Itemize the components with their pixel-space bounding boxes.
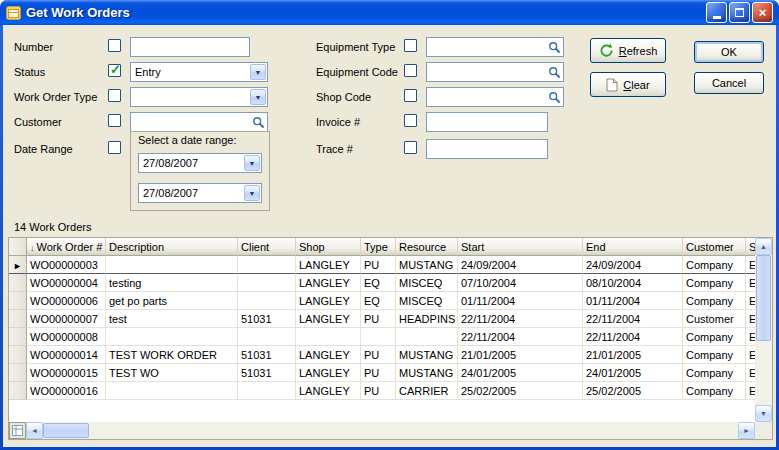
table-cell[interactable]: 08/10/2004 [583, 274, 683, 292]
row-selector[interactable] [9, 346, 27, 364]
horizontal-scroll-thumb[interactable] [43, 423, 89, 438]
table-cell[interactable]: WO00000007 [27, 310, 106, 328]
table-cell[interactable]: HEADPINS [396, 310, 458, 328]
table-cell[interactable]: E [746, 364, 755, 382]
table-cell[interactable] [238, 256, 296, 274]
scroll-down-button[interactable]: ▼ [755, 405, 772, 422]
customer-lookup-icon[interactable] [251, 115, 266, 130]
table-cell[interactable]: 01/11/2004 [583, 292, 683, 310]
column-header[interactable]: Start [458, 238, 583, 256]
table-cell[interactable]: WO00000015 [27, 364, 106, 382]
column-header[interactable]: Description [106, 238, 238, 256]
table-cell[interactable]: WO00000004 [27, 274, 106, 292]
scroll-up-button[interactable]: ▲ [755, 238, 772, 255]
row-selector[interactable] [9, 292, 27, 310]
table-row[interactable]: WO00000007test51031LANGLEYPUHEADPINS22/1… [9, 310, 755, 328]
table-cell[interactable]: 24/09/2004 [583, 256, 683, 274]
column-header[interactable]: Resource [396, 238, 458, 256]
table-cell[interactable]: LANGLEY [296, 292, 361, 310]
table-cell[interactable]: PU [361, 256, 396, 274]
table-cell[interactable] [396, 328, 458, 346]
table-cell[interactable]: Company [683, 328, 746, 346]
table-cell[interactable] [296, 328, 361, 346]
table-cell[interactable]: 51031 [238, 364, 296, 382]
vertical-scrollbar[interactable]: ▲ ▼ [755, 238, 772, 422]
invoice-input[interactable] [426, 112, 548, 132]
equipment-code-input[interactable] [426, 62, 564, 82]
table-cell[interactable]: 51031 [238, 346, 296, 364]
row-selector[interactable] [9, 364, 27, 382]
table-cell[interactable]: 07/10/2004 [458, 274, 583, 292]
trace-checkbox[interactable] [404, 141, 417, 154]
table-cell[interactable] [238, 382, 296, 400]
table-cell[interactable]: PU [361, 364, 396, 382]
refresh-button[interactable]: Refresh [590, 38, 666, 63]
table-cell[interactable]: LANGLEY [296, 364, 361, 382]
shop-code-lookup-icon[interactable] [547, 90, 562, 105]
equipment-code-lookup-icon[interactable] [547, 65, 562, 80]
table-cell[interactable]: 22/11/2004 [583, 328, 683, 346]
table-cell[interactable]: Company [683, 382, 746, 400]
row-selector[interactable] [9, 274, 27, 292]
column-header[interactable]: End [583, 238, 683, 256]
table-cell[interactable]: E [746, 274, 755, 292]
table-cell[interactable]: WO00000014 [27, 346, 106, 364]
table-row[interactable]: WO0000000822/11/200422/11/2004CompanyE [9, 328, 755, 346]
maximize-button[interactable] [729, 2, 750, 23]
column-header[interactable]: Shop [296, 238, 361, 256]
invoice-checkbox[interactable] [404, 114, 417, 127]
table-cell[interactable]: 25/02/2005 [583, 382, 683, 400]
table-cell[interactable]: EQ [361, 274, 396, 292]
titlebar[interactable]: Get Work Orders × [0, 0, 779, 25]
table-cell[interactable]: testing [106, 274, 238, 292]
table-cell[interactable]: 51031 [238, 310, 296, 328]
table-cell[interactable]: Company [683, 364, 746, 382]
table-cell[interactable]: LANGLEY [296, 310, 361, 328]
row-selector[interactable]: ► [9, 256, 27, 274]
number-checkbox[interactable] [108, 39, 121, 52]
table-cell[interactable]: MISCEQ [396, 292, 458, 310]
table-cell[interactable]: E [746, 310, 755, 328]
table-cell[interactable]: 24/01/2005 [583, 364, 683, 382]
table-cell[interactable]: Company [683, 346, 746, 364]
table-cell[interactable]: PU [361, 382, 396, 400]
grid-navigator-button[interactable] [9, 422, 26, 439]
table-cell[interactable] [238, 274, 296, 292]
table-cell[interactable]: LANGLEY [296, 256, 361, 274]
customer-checkbox[interactable] [108, 114, 121, 127]
table-cell[interactable] [238, 292, 296, 310]
table-cell[interactable]: E [746, 328, 755, 346]
column-header[interactable]: S [746, 238, 755, 256]
table-cell[interactable]: 21/01/2005 [458, 346, 583, 364]
clear-button[interactable]: Clear [590, 72, 666, 97]
table-cell[interactable]: 24/09/2004 [458, 256, 583, 274]
table-cell[interactable]: 25/02/2005 [458, 382, 583, 400]
table-cell[interactable]: 22/11/2004 [458, 310, 583, 328]
date-to-dropdown-button[interactable]: ▼ [244, 185, 260, 201]
table-row[interactable]: WO00000004testingLANGLEYEQMISCEQ07/10/20… [9, 274, 755, 292]
scroll-right-button[interactable]: ► [738, 422, 755, 439]
customer-input[interactable] [130, 112, 268, 132]
vertical-scroll-thumb[interactable] [756, 255, 771, 341]
table-cell[interactable] [238, 328, 296, 346]
trace-input[interactable] [426, 139, 548, 159]
row-selector[interactable] [9, 328, 27, 346]
equipment-type-input[interactable] [426, 37, 564, 57]
table-cell[interactable]: 01/11/2004 [458, 292, 583, 310]
table-cell[interactable]: Company [683, 274, 746, 292]
date-range-checkbox[interactable] [108, 141, 121, 154]
date-from-select[interactable]: 27/08/2007 ▼ [138, 153, 262, 173]
table-cell[interactable]: E [746, 292, 755, 310]
table-row[interactable]: WO00000015TEST WO51031LANGLEYPUMUSTANG24… [9, 364, 755, 382]
table-row[interactable]: WO00000016LANGLEYPUCARRIER25/02/200525/0… [9, 382, 755, 400]
equipment-type-checkbox[interactable] [404, 39, 417, 52]
table-row[interactable]: WO00000014TEST WORK ORDER51031LANGLEYPUM… [9, 346, 755, 364]
scroll-left-button[interactable]: ◄ [26, 422, 43, 439]
column-header[interactable]: Customer [683, 238, 746, 256]
table-cell[interactable]: 21/01/2005 [583, 346, 683, 364]
table-cell[interactable]: TEST WO [106, 364, 238, 382]
table-cell[interactable] [106, 256, 238, 274]
row-selector[interactable] [9, 382, 27, 400]
table-cell[interactable]: 22/11/2004 [458, 328, 583, 346]
status-checkbox[interactable] [108, 64, 121, 77]
